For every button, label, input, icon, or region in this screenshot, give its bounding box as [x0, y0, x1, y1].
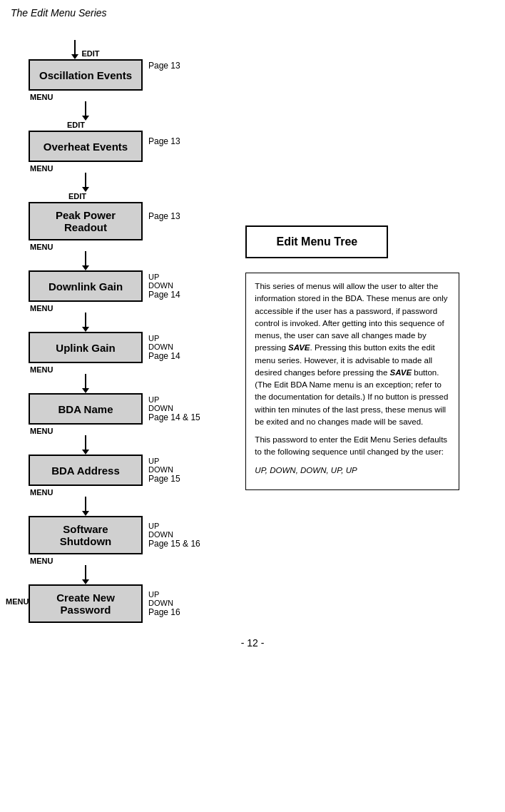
description-para-2: This password to enter the Edit Menu Ser… [255, 434, 450, 459]
menu-below-uplink: MENU [30, 365, 53, 374]
side-down-bda-address: DOWN [148, 465, 180, 474]
node-row-bda-address: BDA Address UP DOWN Page 15 [29, 455, 180, 486]
menu-node-overheat[interactable]: Overheat Events [29, 131, 143, 162]
flow-item-downlink: Downlink Gain UP DOWN Page 14 MENU [29, 270, 180, 332]
side-up-uplink: UP [148, 334, 180, 342]
side-down-uplink: DOWN [148, 342, 180, 351]
node-label-downlink: Downlink Gain [49, 280, 123, 293]
menu-node-peak-power[interactable]: Peak Power Readout [29, 202, 143, 240]
side-page-uplink: Page 14 [148, 351, 180, 361]
side-page-peak: Page 13 [148, 211, 180, 221]
side-page-bda-address: Page 15 [148, 474, 180, 484]
node-row-bda-name: BDA Name UP DOWN Page 14 & 15 [29, 393, 200, 425]
menu-node-downlink[interactable]: Downlink Gain [29, 270, 143, 302]
node-row-uplink: Uplink Gain UP DOWN Page 14 [29, 332, 180, 363]
node-row-software-shutdown: Software Shutdown UP DOWN Page 15 & 16 [29, 516, 200, 554]
node-label-uplink: Uplink Gain [56, 342, 115, 354]
node-row-downlink: Downlink Gain UP DOWN Page 14 [29, 270, 180, 302]
menu-node-create-password[interactable]: Create New Password [29, 584, 143, 623]
side-up-software-shutdown: UP [148, 522, 200, 530]
side-label-downlink: UP DOWN Page 14 [148, 273, 180, 300]
side-page-overheat: Page 13 [148, 136, 180, 146]
flow-item-uplink: Uplink Gain UP DOWN Page 14 MENU [29, 332, 180, 393]
side-up-create-password: UP [148, 590, 180, 599]
node-row-create-password: MENU Create New Password UP DOWN Page 16 [29, 584, 180, 623]
node-label-software-shutdown: Software Shutdown [60, 523, 111, 547]
side-down-create-password: DOWN [148, 599, 180, 607]
menu-below-peak: MENU [30, 243, 53, 251]
page-number: - 12 - [0, 637, 505, 659]
node-label-peak-power: Peak Power Readout [56, 209, 116, 233]
flow-item-create-password: MENU Create New Password UP DOWN Page 16 [29, 584, 180, 623]
menu-below-overheat: MENU [30, 164, 53, 173]
menu-below-bda-name: MENU [30, 427, 53, 435]
menu-node-oscillation[interactable]: Oscillation Events [29, 59, 143, 91]
edit-menu-tree-box: Edit Menu Tree [245, 225, 388, 258]
side-up-bda-name: UP [148, 395, 200, 404]
edit-menu-tree-label: Edit Menu Tree [276, 235, 357, 248]
menu-node-bda-address[interactable]: BDA Address [29, 455, 143, 486]
description-para-3: UP, DOWN, DOWN, UP, UP [255, 465, 450, 477]
side-label-software-shutdown: UP DOWN Page 15 & 16 [148, 522, 200, 549]
page-title: The Edit Menu Series [0, 0, 505, 19]
extra-menu-label: MENU [6, 597, 29, 606]
side-up-bda-address: UP [148, 457, 180, 465]
side-page-bda-name: Page 14 & 15 [148, 412, 200, 422]
side-page-software-shutdown: Page 15 & 16 [148, 539, 200, 549]
menu-node-bda-name[interactable]: BDA Name [29, 393, 143, 425]
menu-node-uplink[interactable]: Uplink Gain [29, 332, 143, 363]
flow-diagram: EDIT Oscillation Events Page 13 MENU [7, 26, 231, 623]
node-row-oscillation: EDIT Oscillation Events Page 13 [29, 40, 180, 91]
flow-item-software-shutdown: Software Shutdown UP DOWN Page 15 & 16 M… [29, 516, 200, 584]
menu-below-bda-address: MENU [30, 488, 53, 497]
side-page-downlink: Page 14 [148, 290, 180, 300]
side-down-bda-name: DOWN [148, 404, 200, 412]
node-row-overheat: EDIT Overheat Events Page 13 [29, 121, 180, 162]
side-page-oscillation: Page 13 [148, 61, 180, 71]
side-label-oscillation: Page 13 [148, 61, 180, 71]
node-label-create-password: Create New Password [56, 592, 115, 616]
side-label-create-password: UP DOWN Page 16 [148, 590, 180, 617]
flow-item-overheat: EDIT Overheat Events Page 13 MENU [29, 121, 180, 192]
edit-label-overheat: EDIT [67, 121, 85, 129]
menu-node-software-shutdown[interactable]: Software Shutdown [29, 516, 143, 554]
menu-below-oscillation: MENU [30, 93, 53, 101]
edit-label-oscillation: EDIT [81, 49, 99, 58]
menu-flow: EDIT Oscillation Events Page 13 MENU [7, 40, 231, 623]
flow-item-oscillation: EDIT Oscillation Events Page 13 MENU [29, 40, 180, 121]
description-box: This series of menus will allow the user… [245, 273, 459, 490]
menu-below-downlink: MENU [30, 304, 53, 313]
side-label-bda-name: UP DOWN Page 14 & 15 [148, 395, 200, 422]
side-up-downlink: UP [148, 273, 180, 281]
side-label-overheat: Page 13 [148, 136, 180, 146]
flow-item-bda-name: BDA Name UP DOWN Page 14 & 15 MENU [29, 393, 200, 455]
node-row-peak-power: EDIT Peak Power Readout Page 13 [29, 192, 180, 240]
node-label-oscillation: Oscillation Events [39, 69, 132, 81]
flow-item-peak-power: EDIT Peak Power Readout Page 13 MENU [29, 192, 180, 270]
right-panel: Edit Menu Tree This series of menus will… [231, 26, 498, 623]
side-down-software-shutdown: DOWN [148, 530, 200, 539]
flow-item-bda-address: BDA Address UP DOWN Page 15 MENU [29, 455, 180, 516]
node-label-bda-name: BDA Name [58, 403, 113, 415]
description-para-1: This series of menus will allow the user… [255, 280, 450, 428]
edit-label-peak: EDIT [68, 192, 86, 201]
side-down-downlink: DOWN [148, 281, 180, 290]
node-label-bda-address: BDA Address [51, 465, 120, 477]
side-label-bda-address: UP DOWN Page 15 [148, 457, 180, 484]
side-label-uplink: UP DOWN Page 14 [148, 334, 180, 361]
side-page-create-password: Page 16 [148, 607, 180, 617]
node-label-overheat: Overheat Events [44, 141, 128, 153]
menu-below-software-shutdown: MENU [30, 557, 53, 565]
side-label-peak: Page 13 [148, 211, 180, 221]
